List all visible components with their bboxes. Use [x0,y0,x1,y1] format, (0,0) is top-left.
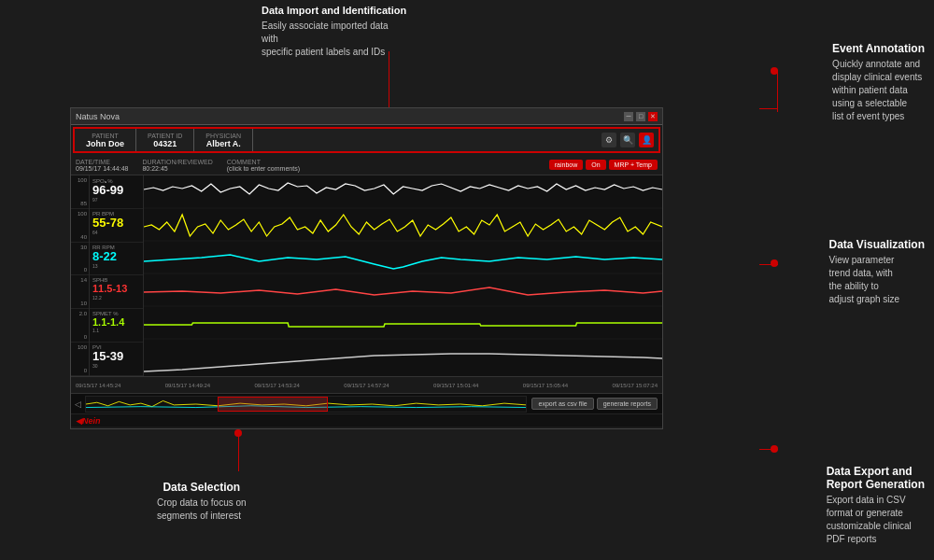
annotation-viz-title: Data Visualization [829,238,925,251]
pvi-waveform [144,354,662,371]
timeline-label-5: 09/15/17 15:01:44 [433,383,478,388]
physician-name: Albert A. [206,139,241,148]
line-export-h [759,449,778,450]
pvi-reading: 30 [92,363,140,369]
patient-name: John Doe [86,139,124,148]
search-icon[interactable]: 🔍 [620,133,635,147]
sphb-scale-low: 10 [73,301,87,306]
datetime-item: DATE/TIME 09/15/17 14:44:48 [76,159,128,172]
thumbnail-waveform[interactable] [85,396,527,413]
export-buttons: export as csv file generate reports [527,398,662,410]
callout-line-top [389,51,389,112]
thumb-back-icon[interactable]: ◁ [71,399,85,409]
annotation-event-body: Quickly annotate anddisplay clinical eve… [832,58,925,123]
title-bar: Natus Nova ─ □ ✕ [71,108,662,125]
close-button[interactable]: ✕ [648,112,658,121]
scale-pr: 100 40 [71,209,89,243]
export-csv-button[interactable]: export as csv file [531,398,593,410]
spmet-waveform [144,323,662,327]
logo: ◀Nein [76,416,101,426]
param-spo2: SpO₂ % 96-99 97 [90,175,143,209]
datetime-label: DATE/TIME [76,159,110,165]
scale-pvi: 100 0 [71,343,89,376]
waveform-area: 100 85 100 40 30 0 14 10 2.0 0 [71,175,662,376]
timeline-bar: 09/15/17 14:45:24 09/15/17 14:49:24 09/1… [71,376,662,393]
timeline-label-6: 09/15/17 15:05:44 [523,383,568,388]
line-selection-v [238,434,239,471]
rainbow-filter-button[interactable]: rainbow [549,160,584,170]
annotation-selection-body: Crop data to focus onsegments of interes… [157,497,247,523]
annotation-viz-body: View parametertrend data, withthe abilit… [829,254,925,306]
timeline-label-3: 09/15/17 14:53:24 [255,383,300,388]
scale-spo2: 100 85 [71,175,89,209]
window-controls: ─ □ ✕ [624,112,658,121]
param-column: SpO₂ % 96-99 97 PR bpm 55-78 64 RR rpm 8… [90,175,144,376]
physician-label: PHYSICIAN [205,133,241,139]
annotation-export-body: Export data in CSVformat or generatecust… [827,494,925,546]
pvi-value: 15-39 [92,350,140,363]
annotation-selection: Data Selection Crop data to focus onsegm… [157,481,247,523]
spo2-reading: 97 [92,197,140,203]
spmet-value: 1.1-1.4 [92,316,140,328]
param-spmet: SpMet % 1.1-1.4 1.1 [90,309,143,343]
datetime-value: 09/15/17 14:44:48 [76,165,128,172]
sphb-reading: 12.2 [92,295,140,301]
param-rr: RR rpm 8-22 13 [90,243,143,276]
window-title: Natus Nova [76,112,120,121]
maximize-button[interactable]: □ [636,112,645,121]
minimize-button[interactable]: ─ [624,112,633,121]
scale-column-left: 100 85 100 40 30 0 14 10 2.0 0 [71,175,90,376]
app-window: Natus Nova ─ □ ✕ PATIENT John Doe PATIEN… [70,107,663,429]
timeline-label-1: 09/15/17 14:45:24 [76,383,120,388]
param-pvi: PVI 15-39 30 [90,343,143,376]
spo2-waveform [144,183,662,194]
waveforms-svg [144,175,662,376]
on-filter-button[interactable]: On [586,160,605,170]
generate-reports-button[interactable]: generate reports [597,398,658,410]
annotation-data-import-body: Easily associate imported data withspeci… [262,20,406,59]
page-background: Data Import and Identification Easily as… [0,0,934,560]
user-icon[interactable]: 👤 [639,133,654,147]
spo2-scale-low: 85 [73,201,87,206]
patient-id-label: PATIENT ID [148,133,182,139]
pvi-scale-low: 0 [73,368,87,373]
patient-header-icons: ⚙ 🔍 👤 [601,133,658,147]
dot-viz [771,259,778,267]
patient-name-tab: PATIENT John Doe [75,129,136,151]
rr-waveform [144,255,662,269]
line-event-h [759,108,778,109]
pr-reading: 64 [92,230,140,235]
timeline-label-4: 09/15/17 14:57:24 [344,383,389,388]
line-event-v [777,70,778,112]
pr-value: 55-78 [92,217,140,230]
graph-column [144,175,662,376]
patient-id-tab: PATIENT ID 04321 [136,129,194,151]
pr-waveform [144,215,662,236]
param-sphb: SpHb 11.5-13 12.2 [90,275,143,309]
comment-label: COMMENT [227,159,261,165]
sphb-waveform [144,287,662,295]
filter-buttons: rainbow On MRP + Temp [549,160,658,170]
sphb-scale-high: 14 [73,277,87,283]
rr-scale-high: 30 [73,245,87,250]
spo2-scale-high: 100 [73,177,87,183]
rr-scale-low: 0 [73,267,87,273]
spo2-value: 96-99 [92,184,140,197]
mrp-filter-button[interactable]: MRP + Temp [609,160,658,170]
dot-selection [234,429,242,437]
timeline-labels: 09/15/17 14:45:24 09/15/17 14:49:24 09/1… [76,383,658,388]
duration-value: 80:22:45 [142,165,167,172]
thumbnail-selection[interactable] [218,397,328,412]
spmet-reading: 1.1 [92,328,140,333]
logo-bar: ◀Nein [71,413,662,427]
annotation-viz: Data Visualization View parametertrend d… [829,238,925,306]
settings-icon[interactable]: ⚙ [601,133,616,147]
patient-id: 04321 [153,139,177,148]
spmet-scale-high: 2.0 [73,311,87,316]
physician-tab: PHYSICIAN Albert A. [194,129,253,151]
annotation-data-import: Data Import and Identification Easily as… [262,5,406,59]
scale-spmet: 2.0 0 [71,309,89,343]
pr-scale-low: 40 [73,234,87,240]
rr-value: 8-22 [92,250,140,263]
annotation-event-title: Event Annotation [832,42,925,55]
